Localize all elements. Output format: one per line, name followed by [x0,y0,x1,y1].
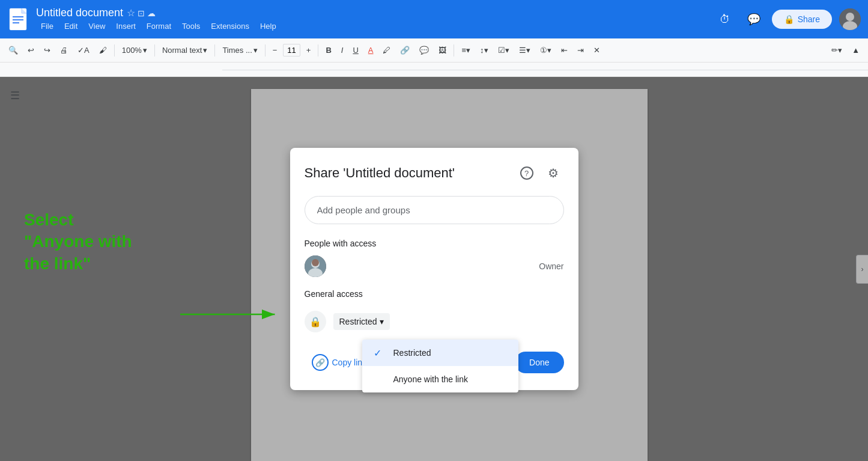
undo-btn[interactable]: ↩ [24,42,38,59]
doc-icon [7,7,29,31]
paint-format-btn[interactable]: 🖌 [96,42,111,59]
font-value: Times ... [222,46,252,55]
menu-bar: File Edit View Insert Format Tools Exten… [36,20,281,32]
outdent-btn[interactable]: ⇤ [557,42,571,59]
underline-btn[interactable]: U [349,42,362,59]
modal-header: Share 'Untitled document' ? ⚙ [305,162,564,184]
access-dropdown-btn[interactable]: Restricted ▾ [333,313,390,330]
share-button-label: Share [798,14,820,24]
anyone-link-option-label: Anyone with the link [393,374,469,384]
svg-point-6 [846,13,854,21]
people-with-access-label: People with access [305,239,564,248]
collapse-toolbar-btn[interactable]: ▲ [848,42,863,59]
share-button[interactable]: 🔒 Share [772,10,832,29]
toolbar-separator-5 [318,44,318,56]
menu-help[interactable]: Help [255,20,281,32]
person-role-label: Owner [539,261,563,271]
text-color-btn[interactable]: A [365,42,377,59]
toolbar-separator-1 [114,44,115,56]
svg-point-13 [312,259,319,266]
align-btn[interactable]: ≡▾ [458,42,474,59]
lock-icon: 🔒 [309,316,321,328]
history-icon-btn[interactable]: ⏱ [714,8,736,30]
comment-btn[interactable]: 💬 [416,42,432,59]
style-value: Normal text [162,46,202,55]
ruler [0,63,868,77]
lock-icon: 🔒 [784,14,794,24]
modal-title: Share 'Untitled document' [305,165,455,181]
empty-check-space [372,373,384,385]
bold-btn[interactable]: B [322,42,335,59]
font-dropdown[interactable]: Times ... ▾ [219,42,261,59]
style-dropdown[interactable]: Normal text ▾ [159,42,211,59]
link-btn[interactable]: 🔗 [396,42,413,59]
selected-access-label: Restricted [339,317,377,326]
font-size-decrease-btn[interactable]: − [269,42,281,59]
menu-edit[interactable]: Edit [59,20,82,32]
restricted-option-label: Restricted [393,348,431,358]
print-btn[interactable]: 🖨 [56,42,71,59]
menu-insert[interactable]: Insert [111,20,141,32]
zoom-dropdown[interactable]: 100% ▾ [118,42,151,59]
toolbar-separator-4 [265,44,266,56]
image-btn[interactable]: 🖼 [435,42,450,59]
move-icon[interactable]: ⊡ [138,8,145,18]
toolbar-separator-6 [454,44,454,56]
menu-format[interactable]: Format [142,20,176,32]
checklist-btn[interactable]: ☑▾ [494,42,513,59]
style-arrow-icon: ▾ [203,46,207,55]
zoom-value: 100% [122,46,142,55]
user-avatar[interactable] [839,8,861,30]
comment-icon-btn[interactable]: 💬 [743,8,765,30]
access-row: 🔒 Restricted ▾ ✓ Restricted [305,306,564,337]
toolbar-separator-3 [214,44,215,56]
dropdown-item-restricted[interactable]: ✓ Restricted [362,340,518,366]
spellcheck-btn[interactable]: ✓A [74,42,93,59]
ordered-list-btn[interactable]: ①▾ [536,42,555,59]
modal-overlay: Share 'Untitled document' ? ⚙ People wit… [0,77,868,461]
italic-btn[interactable]: I [338,42,347,59]
person-row: Owner [305,255,564,277]
gear-icon: ⚙ [548,166,559,180]
toolbar: 🔍 ↩ ↪ 🖨 ✓A 🖌 100% ▾ Normal text ▾ Times … [0,38,868,63]
main-area: ☰ Select "Anyone with the link" Share 'U… [0,77,868,461]
copy-link-label: Copy link [332,358,367,367]
bullet-list-btn[interactable]: ☰▾ [515,42,534,59]
menu-extensions[interactable]: Extensions [206,20,254,32]
star-icon[interactable]: ☆ [127,7,135,19]
menu-file[interactable]: File [36,20,58,32]
person-avatar-image [305,255,326,277]
person-avatar [305,255,326,277]
line-spacing-btn[interactable]: ↕▾ [476,42,492,59]
indent-btn[interactable]: ⇥ [574,42,587,59]
cloud-icon[interactable]: ☁ [147,8,156,18]
avatar-image [839,8,861,30]
google-docs-icon [8,8,28,31]
search-btn[interactable]: 🔍 [5,42,22,59]
share-modal: Share 'Untitled document' ? ⚙ People wit… [290,148,578,390]
help-icon-btn[interactable]: ? [516,162,538,184]
check-icon: ✓ [372,347,384,359]
menu-tools[interactable]: Tools [177,20,205,32]
pen-tool-btn[interactable]: ✏▾ [828,42,846,59]
add-people-input[interactable] [305,196,564,224]
redo-btn[interactable]: ↪ [40,42,54,59]
toolbar-separator-2 [154,44,155,56]
access-dropdown-container: Restricted ▾ ✓ Restricted Anyone wit [333,313,390,330]
font-size-input[interactable]: 11 [283,44,300,56]
font-size-increase-btn[interactable]: + [303,42,315,59]
font-arrow-icon: ▾ [253,46,258,55]
link-icon: 🔗 [312,354,329,371]
top-bar: Untitled document ☆ ⊡ ☁ File Edit View I… [0,0,868,38]
dropdown-item-anyone-link[interactable]: Anyone with the link [362,366,518,392]
menu-view[interactable]: View [83,20,110,32]
general-access-label: General access [305,289,564,299]
dropdown-arrow-icon: ▾ [380,317,384,326]
doc-title[interactable]: Untitled document [36,7,123,19]
modal-header-icons: ? ⚙ [516,162,564,184]
done-button[interactable]: Done [515,352,563,373]
lock-icon-circle: 🔒 [305,311,326,332]
settings-icon-btn[interactable]: ⚙ [542,162,564,184]
clear-format-btn[interactable]: ✕ [590,42,604,59]
highlight-btn[interactable]: 🖊 [379,42,394,59]
